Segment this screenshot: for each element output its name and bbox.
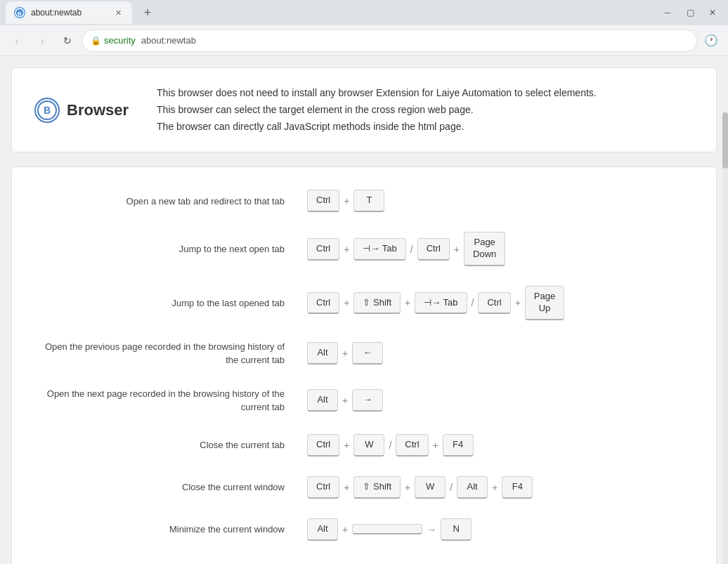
keyboard-key: Page Down: [464, 232, 505, 266]
shortcut-row: Minimize the current windowAlt+→N: [40, 518, 688, 541]
shortcut-keys: Ctrl+W/Ctrl+F4: [307, 434, 474, 457]
shortcut-desc: Minimize the current window: [40, 523, 307, 537]
shortcut-row: Open the previous page recorded in the b…: [40, 340, 688, 367]
svg-text:B: B: [18, 11, 22, 17]
key-operator: +: [344, 440, 349, 451]
tab-favicon: B: [14, 7, 25, 18]
keyboard-key: ⊣→ Tab: [415, 292, 467, 315]
forward-button[interactable]: ›: [31, 29, 53, 52]
keyboard-key: ⊣→ Tab: [353, 238, 405, 261]
keyboard-key: F4: [502, 476, 533, 499]
title-bar: B about:newtab ✕ + ─ ▢ ✕: [0, 0, 728, 25]
shortcut-row: Close the current windowCtrl+⇧ Shift+W/A…: [40, 476, 688, 499]
keyboard-key: ⇧ Shift: [353, 292, 401, 315]
browser-logo-icon: B: [34, 98, 60, 123]
keyboard-key: Ctrl: [396, 434, 428, 457]
shortcut-desc: Open the next page recorded in the brows…: [40, 387, 307, 414]
key-operator: /: [410, 244, 413, 255]
key-operator: +: [342, 524, 348, 535]
key-operator: +: [342, 348, 348, 359]
shortcut-keys: Alt+←: [307, 342, 383, 365]
key-operator: /: [450, 482, 453, 493]
keyboard-key: Alt: [307, 389, 338, 412]
maximize-button[interactable]: ▢: [680, 3, 700, 22]
keyboard-key: ⇧ Shift: [353, 476, 401, 499]
minimize-button[interactable]: ─: [658, 3, 677, 22]
security-label: security: [104, 35, 136, 46]
info-line-2: This browser can select the target eleme…: [157, 102, 597, 119]
info-line-3: The browser can directly call JavaScript…: [157, 119, 597, 136]
back-button[interactable]: ‹: [6, 29, 28, 52]
key-operator: +: [454, 244, 460, 255]
tab-close-button[interactable]: ✕: [112, 7, 124, 18]
keyboard-key: Ctrl: [307, 292, 339, 315]
keyboard-key: W: [353, 434, 384, 457]
keyboard-key: Ctrl: [307, 190, 339, 212]
key-operator: +: [492, 482, 498, 493]
shortcut-keys: Ctrl+⇧ Shift+W/Alt+F4: [307, 476, 533, 499]
shortcut-desc: Close the current tab: [40, 438, 307, 452]
keyboard-key: Ctrl: [307, 434, 339, 457]
address-url: about:newtab: [141, 35, 196, 46]
lock-icon: 🔒: [91, 36, 101, 46]
page-wrapper: B Browser This browser does not need to …: [0, 56, 728, 564]
shortcut-keys: Ctrl+⇧ Shift+⊣→ Tab/Ctrl+Page Up: [307, 286, 564, 320]
key-operator: +: [405, 297, 410, 308]
shortcut-desc: Close the current window: [40, 480, 307, 494]
keyboard-key: ←: [352, 342, 383, 365]
keyboard-key: N: [441, 518, 472, 541]
key-operator: →: [427, 524, 436, 535]
svg-text:B: B: [44, 105, 51, 116]
security-indicator: 🔒 security: [91, 35, 136, 46]
shortcut-keys: Ctrl+⊣→ Tab/Ctrl+Page Down: [307, 232, 505, 266]
keyboard-key: Alt: [307, 342, 338, 365]
info-text: This browser does not need to install an…: [157, 85, 597, 135]
key-operator: +: [344, 195, 349, 206]
key-operator: /: [389, 440, 391, 451]
shortcut-keys: Alt+→: [307, 389, 383, 412]
browser-tab[interactable]: B about:newtab ✕: [6, 1, 132, 24]
scroll-thumb[interactable]: [722, 112, 728, 169]
shortcut-desc: Open the previous page recorded in the b…: [40, 340, 307, 367]
close-button[interactable]: ✕: [703, 3, 722, 22]
shortcut-desc: Open a new tab and redirect to that tab: [40, 195, 307, 209]
key-operator: +: [344, 297, 349, 308]
keyboard-key: F4: [443, 434, 474, 457]
keyboard-key: T: [353, 190, 384, 212]
key-operator: +: [344, 482, 349, 493]
keyboard-key: Ctrl: [417, 238, 450, 261]
key-operator: +: [342, 395, 348, 406]
page-content: B Browser This browser does not need to …: [0, 56, 728, 564]
scrollbar[interactable]: [722, 112, 728, 564]
address-bar[interactable]: 🔒 security about:newtab: [82, 29, 697, 52]
keyboard-key: Ctrl: [307, 238, 339, 261]
keyboard-key: W: [415, 476, 446, 499]
key-operator: +: [515, 297, 521, 308]
keyboard-key: →: [352, 389, 383, 412]
shortcut-desc: Jump to the next open tab: [40, 242, 307, 256]
info-card: B Browser This browser does not need to …: [11, 67, 717, 152]
history-button[interactable]: 🕐: [700, 29, 722, 52]
shortcuts-card: Open a new tab and redirect to that tabC…: [11, 166, 717, 564]
shortcut-row: Open a new tab and redirect to that tabC…: [40, 190, 688, 212]
keyboard-key: Page Up: [525, 286, 564, 320]
key-operator: +: [433, 440, 438, 451]
shortcut-row: Close the current tabCtrl+W/Ctrl+F4: [40, 434, 688, 457]
tab-title: about:newtab: [31, 8, 107, 18]
key-operator: +: [405, 482, 410, 493]
browser-logo-text: Browser: [67, 101, 129, 119]
shortcut-row: Open the next page recorded in the brows…: [40, 387, 688, 414]
keyboard-key: Ctrl: [478, 292, 510, 315]
shortcut-desc: Jump to the last opened tab: [40, 296, 307, 310]
browser-chrome: B about:newtab ✕ + ─ ▢ ✕ ‹ › ↻ 🔒 securit…: [0, 0, 728, 56]
reload-button[interactable]: ↻: [56, 29, 79, 52]
keyboard-key: [352, 524, 422, 535]
shortcut-keys: Alt+→N: [307, 518, 472, 541]
shortcut-row: Jump to the next open tabCtrl+⊣→ Tab/Ctr…: [40, 232, 688, 266]
new-tab-button[interactable]: +: [138, 3, 157, 22]
key-operator: +: [344, 244, 349, 255]
shortcut-keys: Ctrl+T: [307, 190, 384, 212]
shortcut-row: Jump to the last opened tabCtrl+⇧ Shift+…: [40, 286, 688, 320]
key-operator: /: [472, 297, 474, 308]
keyboard-key: Alt: [307, 518, 338, 541]
